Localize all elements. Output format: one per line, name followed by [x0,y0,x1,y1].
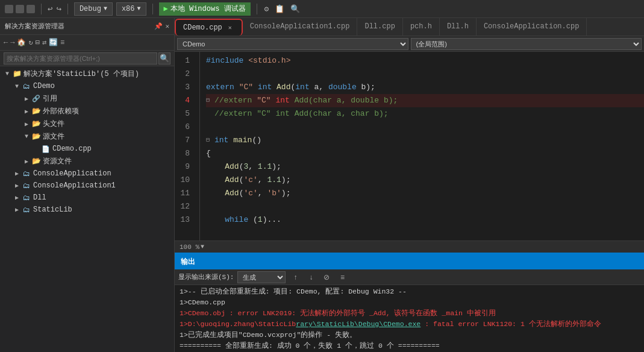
run-label: 本地 Windows 调试器 [170,4,246,14]
output-source-dropdown[interactable]: 生成 [237,271,286,283]
output-btn-3[interactable]: ⊘ [320,271,333,283]
tree-item-consoleapp1[interactable]: ▶ 🗂 ConsoleApplication1 [0,180,174,192]
close-sidebar-icon[interactable]: ✕ [165,22,169,30]
run-button[interactable]: ▶ 本地 Windows 调试器 [159,2,251,16]
code-line-1: #include <stdio.h> [206,54,644,68]
refresh-icon[interactable]: ↻ [28,38,33,47]
filter-icon[interactable]: ⇄ [42,38,46,47]
output-btn-1[interactable]: ↑ [289,271,301,283]
tree-item-resources[interactable]: ▶ 📂 资源文件 [0,155,174,168]
tree-item-cdemo-cpp[interactable]: ▶ 📄 CDemo.cpp [0,143,174,155]
search-input[interactable] [4,52,157,64]
cdemo-arrow: ▼ [12,83,22,90]
toolbar-icon-3[interactable]: 🔍 [290,4,300,14]
tab-cdemo-cpp-close[interactable]: ✕ [226,24,234,32]
output-panel: 输出 显示输出来源(S): 生成 ↑ ↓ ⊘ ≡ 1>-- 已启动全部重新生成:… [175,253,644,352]
tree-item-staticlib[interactable]: ▶ 🗂 StaticLib [0,204,174,216]
extdep-arrow: ▶ [22,108,31,115]
tab-pch-h-label: pch.h [410,22,432,31]
undo-icon[interactable]: ↩ [48,4,52,14]
arch-dropdown[interactable]: x86 ▼ [116,2,146,16]
tab-pch-h[interactable]: pch.h [403,18,440,36]
output-line-4: 1>D:\guoqing.zhang\StaticLibrary\StaticL… [180,319,639,330]
tree-item-solution[interactable]: ▼ 📁 解决方案'StaticLib'(5 个项目) [0,68,174,80]
ref-icon: 🔗 [31,94,41,104]
collapse-all-icon[interactable]: ⊟ [36,38,40,47]
output-btn-4[interactable]: ≡ [336,271,348,283]
consoleapp-icon: 🗂 [22,169,31,178]
tab-consoleapp-cpp[interactable]: ConsoleApplication.cpp [477,18,587,36]
consoleapp1-icon: 🗂 [22,181,31,190]
file-scope-dropdown[interactable]: CDemo [177,38,408,50]
headers-icon: 📂 [31,119,41,129]
output-line-3: 1>CDemo.obj : error LNK2019: 无法解析的外部符号 _… [180,308,639,319]
tree-item-dll[interactable]: ▶ 🗂 Dll [0,192,174,204]
toolbar-icon-1[interactable]: ⚙ [264,4,269,14]
home-icon[interactable]: 🏠 [17,38,26,47]
sidebar: 解决方案资源管理器 📌 ✕ ← → 🏠 ↻ ⊟ ⇄ 🔄 ≡ 🔍 ▼ 📁 [0,18,175,352]
solution-arrow: ▼ [2,71,12,77]
debug-dropdown[interactable]: Debug ▼ [74,2,113,16]
tree-item-consoleapp[interactable]: ▶ 🗂 ConsoleApplication [0,168,174,180]
sidebar-toolbar: ← → 🏠 ↻ ⊟ ⇄ 🔄 ≡ [0,35,174,51]
tab-cdemo-cpp[interactable]: CDemo.cpp ✕ [175,19,243,36]
line-num-5: 5 [175,107,195,121]
tab-dll-cpp[interactable]: Dll.cpp [357,18,402,36]
tree-item-ref[interactable]: ▶ 🔗 引用 [0,92,174,105]
sync-icon[interactable]: 🔄 [49,38,58,47]
staticlib-icon: 🗂 [22,205,31,215]
ref-arrow: ▶ [22,95,31,102]
output-link[interactable]: rary\StaticLib\Debug\CDemo.exe [296,320,420,328]
tab-consoleapp-cpp-label: ConsoleApplication.cpp [484,22,579,31]
output-btn-2[interactable]: ↓ [305,271,317,283]
code-editor: 1 2 3 4 5 6 7 8 9 10 11 12 13 [175,52,644,240]
tab-dll-h-label: Dll.h [447,22,469,31]
cdemo-icon: 🗂 [22,81,31,91]
win-btn-3[interactable] [27,5,35,13]
win-btn-2[interactable] [16,5,24,13]
nav-forward-icon[interactable]: → [10,39,14,47]
nav-back-icon[interactable]: ← [4,39,8,47]
ref-label: 引用 [43,93,57,104]
collapse-btn-4: ⊟ [206,94,213,107]
dll-arrow: ▶ [12,194,22,201]
tab-dll-cpp-label: Dll.cpp [364,22,395,31]
resources-arrow: ▶ [22,158,31,165]
tree-item-cdemo[interactable]: ▼ 🗂 CDemo [0,80,174,92]
code-content[interactable]: #include <stdio.h> extern "C" int Add(in… [200,52,644,240]
zoom-arrow: ▼ [201,244,204,250]
code-line-12 [206,200,644,213]
output-line-1: 1>-- 已启动全部重新生成: 项目: CDemo, 配置: Debug Win… [180,286,639,297]
line-num-4: 4 [175,94,195,107]
tree-item-headers[interactable]: ▶ 📂 头文件 [0,118,174,130]
line-num-8: 8 [175,147,195,160]
tab-cdemo-cpp-label: CDemo.cpp [183,24,222,32]
sep-3 [152,4,153,14]
sidebar-header-buttons: 📌 ✕ [154,22,169,30]
properties-icon[interactable]: ≡ [60,39,64,47]
tab-consoleapp1-cpp[interactable]: ConsoleApplication1.cpp [243,18,358,36]
arch-label: x86 [122,5,135,13]
output-line-2: 1>CDemo.cpp [180,297,639,308]
main-layout: 解决方案资源管理器 📌 ✕ ← → 🏠 ↻ ⊟ ⇄ 🔄 ≡ 🔍 ▼ 📁 [0,18,644,352]
pin-icon[interactable]: 📌 [154,22,163,30]
tree-item-extdep[interactable]: ▶ 📂 外部依赖项 [0,105,174,118]
right-panel: CDemo.cpp ✕ ConsoleApplication1.cpp Dll.… [175,18,644,352]
sep-2 [67,4,68,14]
line-num-9: 9 [175,160,195,174]
search-button[interactable]: 🔍 [158,52,170,64]
toolbar-icon-2[interactable]: 📋 [275,4,284,14]
code-line-7: ⊟int main() [206,134,644,147]
consoleapp1-label: ConsoleApplication1 [33,181,116,190]
dll-icon: 🗂 [22,193,31,203]
tree-item-sources[interactable]: ▼ 📂 源文件 [0,130,174,143]
win-btn-1[interactable] [5,5,13,13]
code-line-2 [206,68,644,81]
tab-dll-h[interactable]: Dll.h [440,18,477,36]
output-source-label: 显示输出来源(S): [178,272,234,281]
redo-icon[interactable]: ↪ [56,4,61,14]
ns-scope-dropdown[interactable]: (全局范围) [411,38,642,50]
cdemo-label: CDemo [33,82,55,90]
window-controls [5,5,35,13]
zoom-label: 100 % [180,244,199,251]
